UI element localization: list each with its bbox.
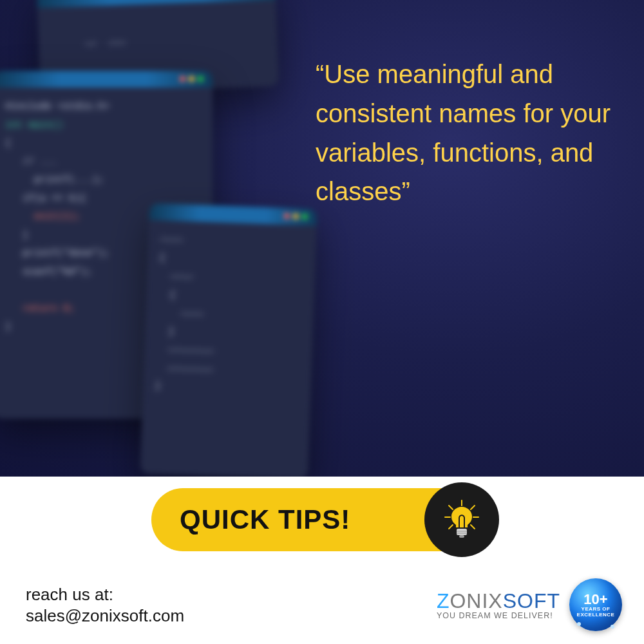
svg-rect-12 (459, 535, 464, 538)
contact-block: reach us at: sales@zonixsoft.com (26, 584, 184, 626)
quick-tips-label: QUICK TIPS! (180, 504, 350, 535)
lightbulb-icon (424, 482, 499, 557)
svg-line-5 (449, 525, 453, 529)
contact-label: reach us at: (26, 584, 184, 605)
footer-section: QUICK TIPS! (0, 477, 644, 644)
code-window-decoration: ———— { ———— { ———— } ———————— ———————— } (140, 204, 317, 477)
svg-line-6 (471, 525, 475, 529)
tip-quote: “Use meaningful and consistent names for… (316, 55, 623, 211)
brand-block: ZONIXSOFT YOU DREAM WE DELIVER! 10+ YEAR… (437, 578, 622, 631)
brand-name: ZONIXSOFT (437, 589, 560, 613)
hero-section: —— ——— #include <stdio.h> int main() { /… (0, 0, 644, 477)
svg-line-2 (471, 506, 475, 509)
excellence-badge: 10+ YEARS OF EXCELLENCE (569, 578, 622, 631)
brand-tagline: YOU DREAM WE DELIVER! (437, 611, 560, 620)
contact-email: sales@zonixsoft.com (26, 605, 184, 627)
quick-tips-pill: QUICK TIPS! (151, 488, 493, 551)
svg-line-1 (449, 506, 453, 509)
svg-rect-9 (457, 529, 467, 535)
